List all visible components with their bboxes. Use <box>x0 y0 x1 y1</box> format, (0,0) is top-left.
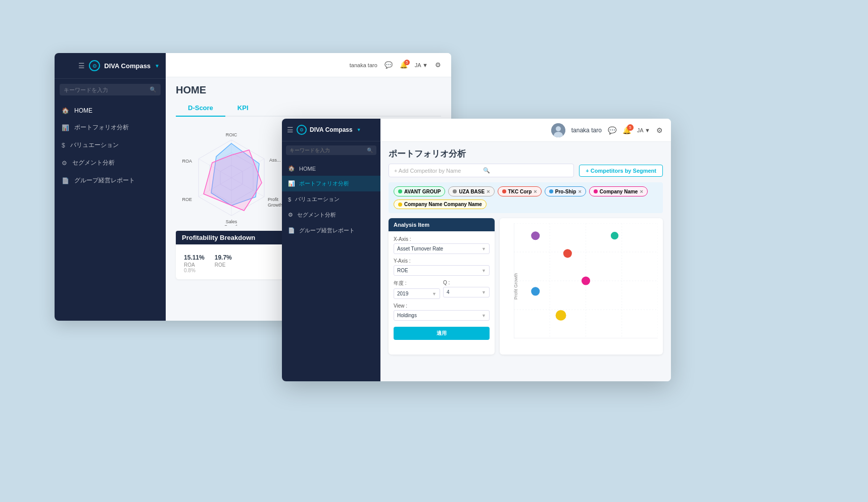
roa-sub: 0.8% <box>184 268 205 273</box>
tag-label: Pro-Ship <box>555 189 576 194</box>
sidebar-item-valuation[interactable]: $ バリュエーション <box>55 136 166 154</box>
quarter-arrow-icon: ▼ <box>481 290 486 295</box>
tag-dot <box>549 189 553 193</box>
tag-label: TKC Corp <box>508 189 532 194</box>
year-select[interactable]: 2019 ▼ <box>394 288 440 299</box>
tab-bar: D-Score KPI <box>176 100 441 117</box>
sidebar-search[interactable]: 🔍 <box>60 84 161 95</box>
quarter-value: 4 <box>447 289 450 295</box>
tag-remove-icon[interactable]: × <box>640 188 643 194</box>
sidebar2-search[interactable]: 🔍 <box>286 145 376 155</box>
svg-text:ROIC: ROIC <box>226 132 237 137</box>
x-axis-label: X-Axis : <box>394 236 490 242</box>
tab-kpi[interactable]: KPI <box>225 100 261 117</box>
year-field: 年度 : 2019 ▼ <box>394 280 440 299</box>
svg-text:ROA: ROA <box>182 159 192 164</box>
analysis-panel-body: X-Axis : Asset Turnover Rate ▼ Y-Axis : … <box>389 231 495 345</box>
analysis-panel-title: Analysis Item <box>389 218 495 231</box>
sidebar-header: ☰ ⊙ DIVA Compass ▼ <box>55 53 166 79</box>
sidebar2-item-valuation[interactable]: $ バリュエーション <box>282 191 380 207</box>
portfolio-content: + Add Competitor by Name 🔍 + Competitors… <box>380 164 671 381</box>
view-arrow-icon: ▼ <box>481 313 486 318</box>
report2-icon: 📄 <box>288 227 295 234</box>
language-selector[interactable]: JA ▼ <box>637 127 650 133</box>
page-title: HOME <box>166 77 451 100</box>
hamburger-icon[interactable]: ☰ <box>78 62 85 70</box>
svg-text:Growth: Growth <box>224 224 238 226</box>
logo2-icon: ⊙ <box>297 125 307 135</box>
page-title-portfolio: ポートフォリオ分析 <box>380 142 671 164</box>
tag-dot <box>453 189 457 193</box>
quarter-select[interactable]: 4 ▼ <box>443 287 490 297</box>
topbar-portfolio: tanaka taro 💬 🔔 5 JA ▼ ⚙ <box>380 119 671 142</box>
year-value: 2019 <box>397 291 408 296</box>
tag-uza[interactable]: UZA BASE × <box>448 186 494 196</box>
tag-label: Company Name <box>600 189 638 194</box>
sidebar-item-portfolio[interactable]: 📊 ポートフォリオ分析 <box>55 119 166 136</box>
tag-remove-icon[interactable]: × <box>487 188 490 194</box>
sidebar-portfolio: ☰ ⊙ DIVA Compass ▼ 🔍 🏠 HOME 📊 ポートフォリオ分析 <box>282 119 380 381</box>
sidebar2-item-label: ポートフォリオ分析 <box>299 180 349 187</box>
apply-button[interactable]: 適用 <box>394 327 490 340</box>
window-portfolio: ☰ ⊙ DIVA Compass ▼ 🔍 🏠 HOME 📊 ポートフォリオ分析 <box>282 119 671 381</box>
sidebar-item-report[interactable]: 📄 グループ経営レポート <box>55 172 166 189</box>
logo-icon: ⊙ <box>89 60 100 71</box>
quarter-field: Q : 4 ▼ <box>443 280 490 299</box>
home-icon: 🏠 <box>62 107 69 114</box>
sidebar-item-label: セグメント分析 <box>72 159 115 167</box>
tag-remove-icon[interactable]: × <box>578 188 581 194</box>
tag-company-name[interactable]: Company Name Company Name <box>394 199 487 209</box>
sidebar2-item-portfolio[interactable]: 📊 ポートフォリオ分析 <box>282 176 380 191</box>
chat-icon[interactable]: 💬 <box>608 126 616 134</box>
search-input[interactable] <box>64 87 147 93</box>
add-competitor-placeholder: + Add Competitor by Name <box>394 168 480 174</box>
roe-value: 19.7% <box>215 250 232 262</box>
y-axis-label: Y-Axis : <box>394 258 490 264</box>
sidebar2-item-label: バリュエーション <box>295 195 340 203</box>
competitor-tags: AVANT GROUP UZA BASE × TKC Corp × P <box>389 182 663 213</box>
competitor-bar: + Add Competitor by Name 🔍 + Competitors… <box>389 164 663 177</box>
sidebar2-item-segment[interactable]: ⚙ セグメント分析 <box>282 207 380 223</box>
tag-avant[interactable]: AVANT GROUP <box>394 186 445 196</box>
topbar-home: tanaka taro 💬 🔔5 JA ▼ ⚙ <box>166 53 451 77</box>
tag-remove-icon[interactable]: × <box>534 188 537 194</box>
competitors-by-segment-button[interactable]: + Competitors by Segment <box>579 165 663 177</box>
tag-dot <box>594 189 598 193</box>
settings-icon[interactable]: ⚙ <box>656 126 663 134</box>
sidebar-item-label: グループ経営レポート <box>74 176 135 185</box>
roe-label: ROE <box>215 262 232 268</box>
tab-dscore[interactable]: D-Score <box>176 100 225 117</box>
x-axis-select[interactable]: Asset Turnover Rate ▼ <box>394 243 490 254</box>
tag-dot <box>398 189 402 193</box>
dropdown-arrow-icon[interactable]: ▼ <box>155 63 160 69</box>
view-field: View : Holdings ▼ <box>394 303 490 321</box>
tag-dot <box>398 203 402 207</box>
dropdown2-arrow-icon[interactable]: ▼ <box>357 127 361 132</box>
sidebar2-item-label: HOME <box>299 166 316 172</box>
sidebar-item-segment[interactable]: ⚙ セグメント分析 <box>55 154 166 172</box>
tag-proship[interactable]: Pro-Ship × <box>545 186 586 196</box>
search2-icon: 🔍 <box>367 147 373 153</box>
sidebar-item-home[interactable]: 🏠 HOME <box>55 103 166 119</box>
view-select[interactable]: Holdings ▼ <box>394 310 490 321</box>
sidebar2-item-report[interactable]: 📄 グループ経営レポート <box>282 223 380 238</box>
sidebar2-item-home[interactable]: 🏠 HOME <box>282 161 380 176</box>
roa-value: 15.11% <box>184 250 205 262</box>
main-portfolio: tanaka taro 💬 🔔 5 JA ▼ ⚙ ポートフォリオ分析 + Add… <box>380 119 671 381</box>
view-value: Holdings <box>397 313 417 318</box>
sidebar2-item-label: セグメント分析 <box>297 211 336 219</box>
y-axis-select[interactable]: ROE ▼ <box>394 265 490 276</box>
hamburger2-icon[interactable]: ☰ <box>287 126 294 134</box>
dot-proship <box>531 287 540 295</box>
roe-metric: 19.7% ROE <box>215 250 232 273</box>
search2-input[interactable] <box>290 147 364 153</box>
chart2-icon: 📊 <box>288 180 295 187</box>
tag-tkc[interactable]: TKC Corp × <box>498 186 542 196</box>
sidebar-item-label: バリュエーション <box>70 141 119 149</box>
svg-text:Ass...: Ass... <box>269 158 281 163</box>
tag-company[interactable]: Company Name × <box>589 186 648 196</box>
notification-icon[interactable]: 🔔 5 <box>622 126 631 134</box>
add-competitor-input[interactable]: + Add Competitor by Name 🔍 <box>389 164 574 177</box>
x-axis-value: Asset Turnover Rate <box>397 246 443 252</box>
sidebar2-nav: 🏠 HOME 📊 ポートフォリオ分析 $ バリュエーション ⚙ セグメント分析 … <box>282 159 380 381</box>
